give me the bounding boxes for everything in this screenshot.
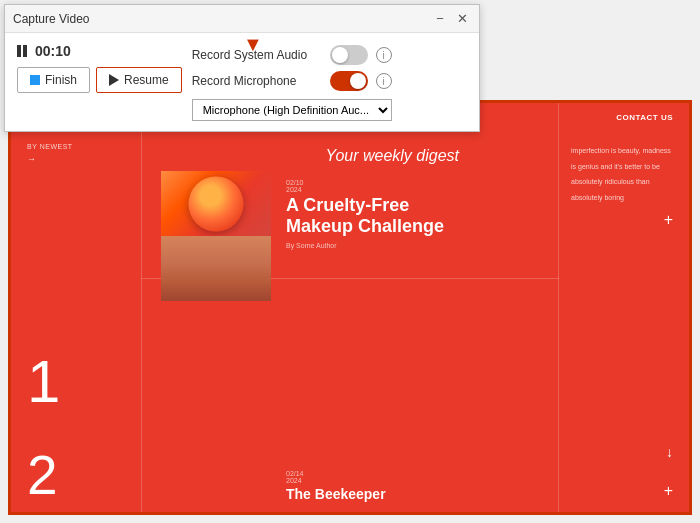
title-bar: Capture Video − ✕ [5, 5, 479, 33]
screen-capture-area: AVST Shop → About ⊕ CONTACT US BY NEWEST… [8, 100, 692, 515]
plus-icon-2: + [664, 482, 673, 500]
close-button[interactable]: ✕ [453, 10, 471, 28]
capture-video-window: Capture Video − ✕ ▼ 00:10 Finish [4, 4, 480, 132]
window-content: 00:10 Finish Resume Record System Audio [5, 33, 479, 131]
system-audio-row: Record System Audio i [192, 45, 392, 65]
pause-bar-left [17, 45, 21, 57]
site-body: BY NEWEST → Your weekly digest 02/10 [11, 131, 689, 510]
arrow-right-icon: → [27, 154, 125, 164]
finish-button[interactable]: Finish [17, 67, 90, 93]
article-image-container [161, 171, 271, 301]
arrow-down-icon: ↓ [666, 444, 673, 460]
system-audio-thumb [332, 47, 348, 63]
site-right-col: imperfection is beauty, madness is geniu… [559, 131, 689, 510]
microphone-select-container: Microphone (High Definition Auc... [192, 99, 392, 121]
article-2-title: The Beekeeper [286, 486, 386, 502]
pause-icon [17, 45, 27, 57]
article-1-title: A Cruelty-FreeMakeup Challenge [286, 195, 444, 236]
microphone-row: Record Microphone i [192, 71, 392, 91]
article-2-date: 02/142024 [286, 470, 386, 484]
site-center-col: Your weekly digest 02/10 2024 A Cruelty-… [141, 131, 559, 510]
audio-controls: Record System Audio i Record Microphone … [192, 43, 392, 121]
microphone-thumb [350, 73, 366, 89]
timer-row: 00:10 [17, 43, 182, 59]
system-audio-track [330, 45, 368, 65]
article-number-2: 2 [27, 443, 58, 507]
article-1-date: 02/10 2024 [286, 179, 444, 193]
grapefruit-shape [189, 176, 244, 231]
hand-image [161, 236, 271, 301]
resume-label: Resume [124, 73, 169, 87]
by-newest-label: BY NEWEST [27, 143, 125, 150]
microphone-info-icon[interactable]: i [376, 73, 392, 89]
timer-display: 00:10 [35, 43, 71, 59]
microphone-toggle[interactable] [330, 71, 368, 91]
playback-controls: 00:10 Finish Resume [17, 43, 182, 93]
article-1-author: By Some Author [286, 242, 444, 249]
system-audio-toggle[interactable] [330, 45, 368, 65]
red-arrow-icon: ▼ [243, 33, 263, 56]
finish-icon [30, 75, 40, 85]
article-number-1: 1 [27, 352, 60, 412]
nav-contact: CONTACT US [616, 113, 673, 122]
microphone-label: Record Microphone [192, 74, 322, 88]
grapefruit-image [161, 171, 271, 236]
window-title: Capture Video [13, 12, 90, 26]
microphone-dropdown[interactable]: Microphone (High Definition Auc... [192, 99, 392, 121]
microphone-track [330, 71, 368, 91]
action-buttons: Finish Resume [17, 67, 182, 93]
weekly-digest-text: Your weekly digest [326, 147, 459, 165]
website-preview: AVST Shop → About ⊕ CONTACT US BY NEWEST… [11, 103, 689, 512]
window-controls: − ✕ [431, 10, 471, 28]
article-2-meta: 02/142024 The Beekeeper [286, 470, 386, 502]
minimize-button[interactable]: − [431, 10, 449, 28]
pause-bar-right [23, 45, 27, 57]
resume-button[interactable]: Resume [96, 67, 182, 93]
quote-text: imperfection is beauty, madness is geniu… [571, 147, 671, 201]
article-1-meta: 02/10 2024 A Cruelty-FreeMakeup Challeng… [286, 179, 444, 249]
resume-icon [109, 74, 119, 86]
plus-icon-1: + [664, 211, 673, 229]
system-audio-info-icon[interactable]: i [376, 47, 392, 63]
finish-label: Finish [45, 73, 77, 87]
